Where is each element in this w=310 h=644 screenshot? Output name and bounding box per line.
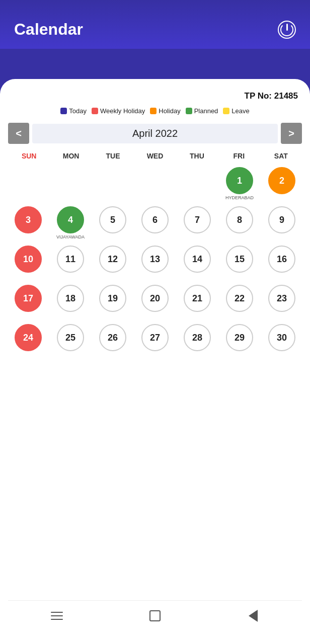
day-cell: 8 [219,206,260,243]
day-cell: 21 [177,285,217,321]
day-cell: 14 [177,246,217,282]
day-number [99,167,126,194]
legend-label-leave: Leave [231,107,249,115]
day-number[interactable]: 19 [99,285,126,312]
back-button[interactable] [245,608,261,624]
day-number[interactable]: 14 [184,246,211,273]
day-sublabel: VIJAYAWADA [56,234,85,240]
day-cell: 23 [262,285,302,321]
day-number[interactable]: 4 [57,206,84,233]
legend-label-weekly_holiday: Weekly Holiday [100,107,145,115]
day-cell: 4VIJAYAWADA [50,206,91,243]
legend-item-holiday: Holiday [150,107,180,115]
day-number[interactable]: 5 [99,206,126,233]
legend-label-today: Today [69,107,87,115]
day-number[interactable]: 8 [226,206,253,233]
day-number[interactable]: 25 [57,324,84,351]
day-cell: 16 [262,246,302,282]
day-number[interactable]: 3 [15,206,42,233]
day-number[interactable]: 22 [226,285,253,312]
legend-dot-today [60,108,67,114]
day-cell: 15 [219,246,260,282]
legend-label-planned: Planned [194,107,218,115]
day-number[interactable]: 29 [226,324,253,351]
month-year-label: April 2022 [32,124,278,143]
day-number[interactable]: 16 [268,246,295,273]
day-cell: 29 [219,324,260,360]
day-number[interactable]: 6 [141,206,169,233]
legend: TodayWeekly HolidayHolidayPlannedLeave [8,107,302,115]
day-number[interactable]: 1 [226,167,253,194]
home-button[interactable] [147,608,163,624]
back-arrow-icon [249,610,258,622]
day-cell: 11 [50,246,91,282]
weekday-fri: FRI [218,149,260,163]
day-number[interactable]: 9 [268,206,295,233]
day-cell: 19 [93,285,133,321]
day-cell [8,167,48,203]
day-cell: 13 [135,246,175,282]
day-number[interactable]: 7 [184,206,211,233]
day-number[interactable]: 30 [268,324,295,351]
day-number[interactable]: 17 [15,285,42,312]
day-cell: 3 [8,206,48,243]
legend-item-leave: Leave [223,107,249,115]
day-cell: 25 [50,324,91,360]
legend-item-today: Today [60,107,87,115]
day-number[interactable]: 21 [184,285,211,312]
legend-dot-weekly_holiday [92,108,98,114]
day-cell: 10 [8,246,48,282]
day-cell: 26 [93,324,133,360]
weekday-thu: THU [176,149,218,163]
menu-icon[interactable] [49,608,65,624]
day-number[interactable]: 28 [184,324,211,351]
day-number[interactable]: 20 [141,285,169,312]
day-cell: 30 [262,324,302,360]
day-cell: 12 [93,246,133,282]
day-number[interactable]: 2 [268,167,295,194]
legend-dot-holiday [150,108,157,114]
day-cell: 5 [93,206,133,243]
power-button[interactable] [278,21,296,39]
weekday-tue: TUE [92,149,134,163]
prev-month-button[interactable]: < [8,123,29,144]
next-month-button[interactable]: > [281,123,302,144]
main-card: TP No: 21485 TodayWeekly HolidayHolidayP… [0,79,310,644]
legend-dot-leave [223,108,229,114]
day-number[interactable]: 26 [99,324,126,351]
weekday-wed: WED [134,149,176,163]
day-cell: 20 [135,285,175,321]
day-cell [177,167,217,203]
day-number [141,167,169,194]
day-number[interactable]: 15 [226,246,253,273]
app-title: Calendar [14,20,83,39]
day-cell: 2 [262,167,302,203]
day-cell: 27 [135,324,175,360]
day-cell: 6 [135,206,175,243]
legend-label-holiday: Holiday [159,107,180,115]
app-header: Calendar [0,0,310,49]
day-cell: 28 [177,324,217,360]
bottom-navigation [8,600,302,634]
day-number[interactable]: 23 [268,285,295,312]
day-cell: 22 [219,285,260,321]
day-number [15,167,42,194]
calendar-grid: 1HYDERABAD234VIJAYAWADA56789101112131415… [8,167,302,360]
day-number[interactable]: 13 [141,246,169,273]
day-number [57,167,84,194]
day-cell: 7 [177,206,217,243]
day-number[interactable]: 10 [15,246,42,273]
day-number[interactable]: 18 [57,285,84,312]
day-cell: 1HYDERABAD [219,167,260,203]
day-number[interactable]: 11 [57,246,84,273]
tp-number: TP No: 21485 [8,91,302,101]
day-number[interactable]: 27 [141,324,169,351]
day-number[interactable]: 12 [99,246,126,273]
weekday-sun: SUN [8,149,50,163]
day-number[interactable]: 24 [15,324,42,351]
day-sublabel: HYDERABAD [225,195,254,201]
day-cell [50,167,91,203]
legend-item-planned: Planned [186,107,218,115]
legend-item-weekly_holiday: Weekly Holiday [92,107,145,115]
weekday-sat: SAT [260,149,302,163]
